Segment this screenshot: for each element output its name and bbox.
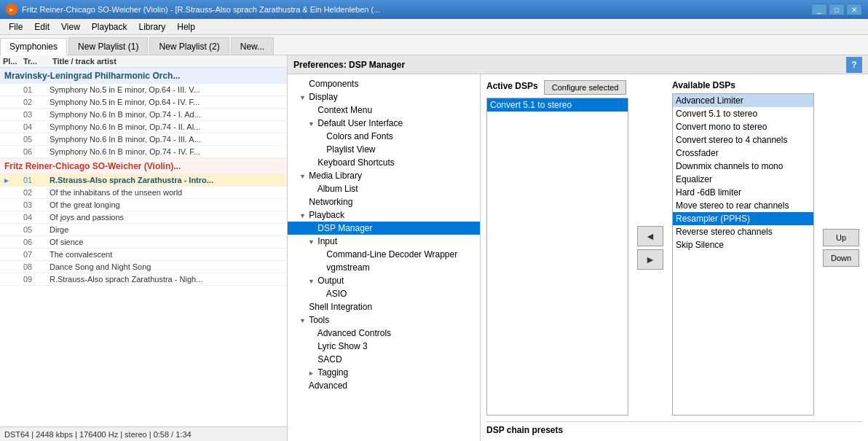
dsp-up-button[interactable]: Up: [823, 229, 859, 246]
window-title: Fritz Reiner-Chicago SO-Weicher (Violin)…: [22, 5, 380, 14]
maximize-button[interactable]: □: [829, 4, 845, 15]
playlist-content[interactable]: Mravinsky-Leningrad Philharmonic Orch...…: [0, 68, 287, 426]
dsp-available-item[interactable]: Hard -6dB limiter: [673, 186, 813, 199]
tree-label: DSP Manager: [317, 223, 372, 233]
tree-arrow: ▼: [299, 212, 307, 219]
tree-item-cmd-decoder[interactable]: Command-Line Decoder Wrapper: [288, 248, 480, 261]
menu-help[interactable]: Help: [171, 20, 201, 34]
list-item[interactable]: 05 Dirge: [0, 224, 287, 236]
tab-new-playlist-3[interactable]: New...: [231, 37, 274, 55]
dsp-nav-buttons: ◄ ►: [634, 80, 666, 415]
list-item[interactable]: 04 Symphony No.6 In B minor, Op.74 - II.…: [0, 121, 287, 133]
tree-item-asio[interactable]: ASIO: [288, 287, 480, 300]
list-item[interactable]: 05 Symphony No.6 In B minor, Op.74 - III…: [0, 133, 287, 146]
tree-label: Input: [317, 236, 337, 246]
list-item[interactable]: 06 Symphony No.6 In B minor, Op.74 - IV.…: [0, 146, 287, 158]
dsp-available-item[interactable]: Advanced Limiter: [673, 94, 813, 107]
tabs-bar: Symphonies New Playlist (1) New Playlist…: [0, 35, 868, 55]
tree-item-vgmstream[interactable]: vgmstream: [288, 261, 480, 274]
list-item[interactable]: 09 R.Strauss-Also sprach Zarathustra - N…: [0, 273, 287, 286]
tree-panel[interactable]: Components ▼ Display Context Menu ▼ Defa…: [288, 74, 481, 441]
tree-item-display[interactable]: ▼ Display: [288, 90, 480, 104]
tree-item-playback[interactable]: ▼ Playback: [288, 208, 480, 222]
list-item[interactable]: 04 Of joys and passions: [0, 211, 287, 224]
tree-item-album-list[interactable]: Album List: [288, 182, 480, 195]
tree-item-default-ui[interactable]: ▼ Default User Interface: [288, 117, 480, 130]
dsp-available-item[interactable]: Equalizer: [673, 173, 813, 186]
list-item[interactable]: 08 Dance Song and Night Song: [0, 261, 287, 273]
tree-item-advanced-controls[interactable]: Advanced Controls: [288, 327, 480, 340]
tree-label: Keyboard Shortcuts: [317, 157, 394, 168]
window-controls[interactable]: _ □ ✕: [811, 4, 862, 15]
dsp-columns: Active DSPs Configure selected Convert 5…: [486, 80, 862, 415]
menu-edit[interactable]: Edit: [28, 20, 55, 34]
minimize-button[interactable]: _: [811, 4, 827, 15]
dsp-available-item[interactable]: Convert stereo to 4 channels: [673, 133, 813, 147]
tree-item-advanced[interactable]: Advanced: [288, 379, 480, 392]
track-num: 05: [23, 135, 50, 144]
tree-item-networking[interactable]: Networking: [288, 195, 480, 208]
dsp-available-item[interactable]: Reverse stereo channels: [673, 225, 813, 238]
tree-arrow: ►: [308, 370, 315, 377]
tree-arrow: ▼: [299, 94, 307, 101]
tab-new-playlist-2[interactable]: New Playlist (2): [149, 37, 229, 55]
tree-item-playlist-view[interactable]: Playlist View: [288, 143, 480, 156]
dsp-available-item[interactable]: Skip Silence: [673, 238, 813, 251]
list-item[interactable]: ► 01 R.Strauss-Also sprach Zarathustra -…: [0, 174, 287, 187]
list-item[interactable]: 03 Symphony No.6 In B minor, Op.74 - I. …: [0, 109, 287, 121]
tree-label: Album List: [317, 184, 358, 194]
tree-item-keyboard[interactable]: Keyboard Shortcuts: [288, 156, 480, 169]
tab-new-playlist-1[interactable]: New Playlist (1): [68, 37, 148, 55]
dsp-available-item[interactable]: Convert 5.1 to stereo: [673, 107, 813, 120]
tree-item-sacd[interactable]: SACD: [288, 353, 480, 366]
list-item[interactable]: 07 The convalescent: [0, 249, 287, 261]
menu-file[interactable]: File: [3, 20, 28, 34]
tree-item-tagging[interactable]: ► Tagging: [288, 366, 480, 379]
track-title: R.Strauss-Also sprach Zarathustra - Nigh…: [50, 275, 284, 284]
track-title: Of sience: [50, 238, 284, 246]
dsp-available-item[interactable]: Resampler (PPHS): [673, 212, 813, 225]
tree-label: Display: [309, 92, 337, 102]
tree-item-colors-fonts[interactable]: Colors and Fonts: [288, 130, 480, 143]
section-header-mravinsky: Mravinsky-Leningrad Philharmonic Orch...: [0, 68, 287, 84]
dsp-active-list[interactable]: Convert 5.1 to stereo: [486, 98, 628, 415]
tree-item-media-library[interactable]: ▼ Media Library: [288, 169, 480, 182]
configure-selected-button[interactable]: Configure selected: [544, 80, 627, 95]
tab-symphonies[interactable]: Symphonies: [0, 38, 67, 55]
list-item[interactable]: 03 Of the great longing: [0, 199, 287, 211]
dsp-active-item[interactable]: Convert 5.1 to stereo: [487, 98, 628, 112]
dsp-available-list[interactable]: Advanced Limiter Convert 5.1 to stereo C…: [672, 93, 814, 415]
dsp-remove-button[interactable]: ►: [637, 249, 663, 270]
list-item[interactable]: 02 Of the inhabitans of the unseen world: [0, 187, 287, 199]
dsp-down-button[interactable]: Down: [823, 249, 859, 267]
tree-item-input[interactable]: ▼ Input: [288, 235, 480, 248]
dsp-available-item[interactable]: Downmix channels to mono: [673, 160, 813, 173]
title-bar: ► Fritz Reiner-Chicago SO-Weicher (Violi…: [0, 0, 868, 19]
list-item[interactable]: 06 Of sience: [0, 236, 287, 249]
tree-item-shell-integration[interactable]: Shell Integration: [288, 300, 480, 313]
tree-item-lyric-show[interactable]: Lyric Show 3: [288, 340, 480, 353]
track-num: 04: [23, 122, 50, 131]
dsp-available-item[interactable]: Convert mono to stereo: [673, 120, 813, 133]
tree-item-dsp-manager[interactable]: DSP Manager: [288, 222, 480, 235]
dsp-add-button[interactable]: ◄: [637, 226, 663, 246]
dsp-available-item[interactable]: Crossfader: [673, 147, 813, 160]
menu-view[interactable]: View: [55, 20, 86, 34]
menu-library[interactable]: Library: [133, 20, 172, 34]
list-item[interactable]: 02 Symphony No.5 in E minor, Op.64 - IV.…: [0, 96, 287, 109]
dsp-available-item[interactable]: Move stereo to rear channels: [673, 199, 813, 212]
list-item[interactable]: 01 Symphony No.5 in E minor, Op.64 - III…: [0, 84, 287, 96]
help-button[interactable]: ?: [846, 57, 862, 73]
tree-item-context-menu[interactable]: Context Menu: [288, 104, 480, 117]
tree-item-components[interactable]: Components: [288, 77, 480, 90]
track-num: 01: [23, 85, 50, 94]
close-button[interactable]: ✕: [846, 4, 862, 15]
tree-item-output[interactable]: ▼ Output: [288, 274, 480, 287]
tree-label: Output: [317, 276, 344, 286]
tree-arrow: ▼: [308, 238, 315, 246]
track-num: 06: [23, 147, 50, 156]
dsp-available-label: Available DSPs: [672, 80, 814, 90]
menu-playback[interactable]: Playback: [86, 20, 133, 34]
tree-item-tools[interactable]: ▼ Tools: [288, 313, 480, 327]
status-text: DST64 | 2448 kbps | 176400 Hz | stereo |…: [4, 430, 192, 439]
